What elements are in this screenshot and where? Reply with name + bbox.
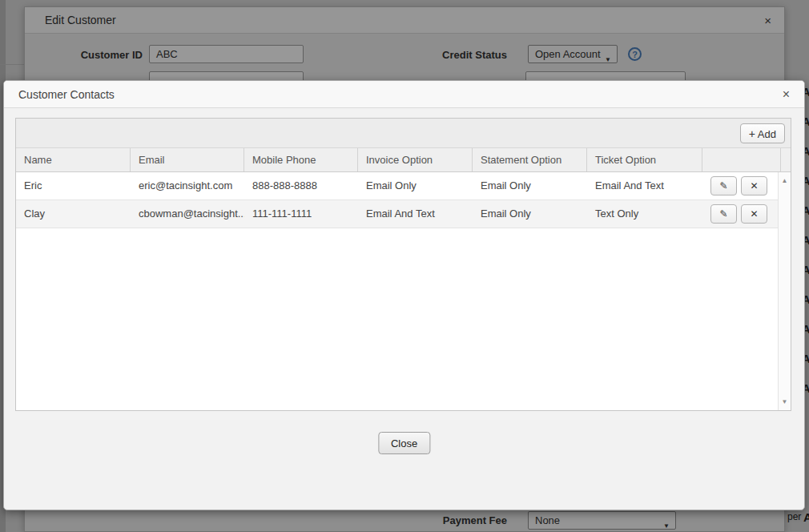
cell-invoice: Email And Text — [358, 200, 473, 228]
cell-statement: Email Only — [473, 172, 587, 200]
delete-row-button[interactable]: ✕ — [741, 204, 767, 224]
customer-contacts-dialog: Customer Contacts × +Add Name Email Mobi… — [3, 80, 805, 510]
grid-toolbar: +Add — [16, 119, 791, 148]
vertical-scrollbar[interactable]: ▲ ▼ — [778, 172, 791, 410]
table-row[interactable]: Eric eric@tacinsight.com 888-888-8888 Em… — [16, 172, 791, 200]
column-header-email[interactable]: Email — [131, 148, 244, 171]
column-header-name[interactable]: Name — [16, 148, 131, 171]
scroll-up-icon[interactable]: ▲ — [782, 177, 788, 184]
pencil-icon: ✎ — [719, 208, 727, 220]
table-body: Eric eric@tacinsight.com 888-888-8888 Em… — [16, 172, 791, 410]
scroll-down-icon[interactable]: ▼ — [782, 398, 788, 405]
cell-actions: ✎ ✕ — [702, 172, 781, 200]
delete-row-button[interactable]: ✕ — [741, 176, 767, 195]
column-header-mobile[interactable]: Mobile Phone — [244, 148, 358, 171]
cell-name: Eric — [16, 172, 131, 200]
cell-email: eric@tacinsight.com — [131, 172, 244, 200]
cell-mobile: 888-888-8888 — [244, 172, 358, 200]
pencil-icon: ✎ — [719, 180, 727, 191]
cell-ticket: Text Only — [587, 200, 702, 228]
customer-contacts-titlebar: Customer Contacts × — [4, 81, 804, 108]
contacts-grid: +Add Name Email Mobile Phone Invoice Opt… — [15, 118, 791, 411]
close-dialog-button[interactable]: Close — [378, 432, 430, 454]
close-icon: ✕ — [750, 208, 758, 220]
column-header-statement[interactable]: Statement Option — [473, 148, 587, 171]
add-button-label: Add — [758, 128, 776, 140]
cell-email: cbowman@tacinsight... — [131, 200, 244, 228]
cell-statement: Email Only — [473, 200, 587, 228]
screen: Edit Customer × Customer ID ABC Credit S… — [0, 0, 809, 532]
cell-invoice: Email Only — [358, 172, 473, 200]
cell-name: Clay — [16, 200, 131, 228]
close-icon: ✕ — [750, 180, 758, 191]
table-header-row: Name Email Mobile Phone Invoice Option S… — [16, 148, 791, 172]
edit-row-button[interactable]: ✎ — [710, 204, 737, 224]
edit-row-button[interactable]: ✎ — [710, 176, 737, 195]
column-header-invoice[interactable]: Invoice Option — [358, 148, 473, 171]
plus-icon: + — [749, 127, 755, 140]
cell-actions: ✎ ✕ — [702, 200, 781, 228]
column-header-actions — [702, 148, 781, 171]
column-header-ticket[interactable]: Ticket Option — [587, 148, 702, 171]
header-filler — [781, 148, 791, 171]
table-row[interactable]: Clay cbowman@tacinsight... 111-111-1111 … — [16, 200, 791, 228]
close-icon[interactable]: × — [779, 87, 793, 103]
cell-ticket: Email And Text — [587, 172, 702, 200]
cell-mobile: 111-111-1111 — [244, 200, 358, 228]
add-contact-button[interactable]: +Add — [740, 123, 785, 143]
dialog-title: Customer Contacts — [18, 88, 115, 101]
